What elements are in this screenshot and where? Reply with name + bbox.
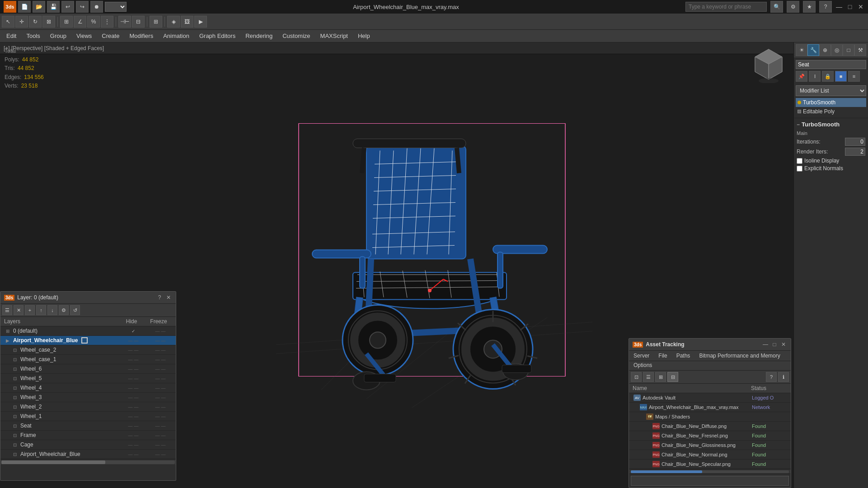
asset-row[interactable]: PNGChair_Blue_New_Normal.pngFound: [629, 450, 791, 460]
layer-help-btn[interactable]: ?: [156, 294, 163, 301]
layer-delete[interactable]: ✕: [14, 305, 23, 315]
select-btn[interactable]: ↖: [2, 16, 14, 28]
app-logo[interactable]: 3ds: [4, 1, 16, 13]
panel-tab-display2[interactable]: □: [843, 44, 854, 56]
asset-menu-options[interactable]: Options: [631, 361, 655, 369]
explicit-check[interactable]: [797, 166, 802, 172]
panel-tab-hierarchy[interactable]: ⊕: [819, 44, 831, 56]
asset-menu-paths[interactable]: Paths: [674, 352, 693, 360]
asset-minimize-btn[interactable]: —: [762, 341, 769, 348]
layer-panel-title-bar[interactable]: 3ds Layer: 0 (default) ? ✕: [0, 292, 176, 304]
layer-row[interactable]: ⊡Wheel_1— —— —: [0, 412, 176, 421]
layer-row[interactable]: ⊡Wheel_3— —— —: [0, 393, 176, 402]
menu-customize[interactable]: Customize: [278, 31, 314, 41]
render-setup[interactable]: 🖼: [181, 16, 193, 28]
layer-scrollbar-thumb[interactable]: [1, 460, 105, 464]
layer-row[interactable]: ⊡Wheel_case_2— —— —: [0, 345, 176, 355]
asset-row[interactable]: 🗺Maps / Shaders: [629, 412, 791, 422]
move-btn[interactable]: ✛: [15, 16, 28, 28]
panel-tab-motion[interactable]: ◎: [831, 44, 843, 56]
panel-tab-utilities[interactable]: ⚒: [854, 44, 866, 56]
layer-row[interactable]: ▶Airport_Wheelchair_Blue— —— —: [0, 336, 176, 345]
asset-row[interactable]: PNGChair_Blue_New_Diffuse.pngFound: [629, 422, 791, 431]
layer-settings[interactable]: ⚙: [59, 305, 69, 315]
close-button[interactable]: ✕: [857, 3, 864, 10]
align-btn[interactable]: ⊟: [132, 16, 145, 28]
panel-tab-display[interactable]: ☀: [796, 44, 807, 56]
menu-create[interactable]: Create: [97, 31, 124, 41]
layer-row[interactable]: ⊡Wheel_case_1— —— —: [0, 355, 176, 364]
layer-row[interactable]: ⊡Cage— —— —: [0, 440, 176, 450]
iterations-input[interactable]: [845, 138, 865, 146]
layer-row[interactable]: ⊡Wheel_2— —— —: [0, 402, 176, 412]
vertex-color-btn[interactable]: Ⅰ: [809, 71, 821, 82]
workspace-dropdown[interactable]: Workspace: Default: [105, 2, 127, 12]
menu-help[interactable]: Help: [353, 31, 375, 41]
lock-btn[interactable]: 🔒: [822, 71, 834, 82]
snap-toggle[interactable]: ⊞: [60, 16, 73, 28]
asset-row[interactable]: PNGChair_Blue_New_Glossiness.pngFound: [629, 441, 791, 450]
menu-tools[interactable]: Tools: [22, 31, 44, 41]
search-input[interactable]: [685, 2, 767, 12]
asset-menu-bitmap[interactable]: Bitmap Performance and Memory: [696, 352, 783, 360]
asset-row[interactable]: MAXAirport_Wheelchair_Blue_max_vray.maxN…: [629, 403, 791, 412]
env-btn[interactable]: ≡: [848, 71, 860, 82]
layer-row[interactable]: ⊡Airport_Wheelchair_Blue— —— —: [0, 450, 176, 459]
settings-icon[interactable]: ⚙: [787, 1, 799, 13]
mirror-btn[interactable]: ⊣⊢: [118, 16, 131, 28]
render-iters-input[interactable]: [845, 148, 865, 156]
asset-row[interactable]: AVAutodesk VaultLogged O: [629, 393, 791, 403]
layer-refresh[interactable]: ↺: [70, 305, 80, 315]
asset-info-btn[interactable]: ℹ: [778, 372, 789, 382]
asset-close-btn[interactable]: ✕: [780, 341, 787, 348]
redo-btn[interactable]: ↪: [76, 1, 89, 13]
undo-btn[interactable]: ↩: [61, 1, 74, 13]
asset-tool-1[interactable]: ⊡: [631, 372, 642, 382]
layer-row[interactable]: ⊡Wheel_4— —— —: [0, 383, 176, 393]
modifier-editablepoly[interactable]: Editable Poly: [796, 107, 866, 116]
pin-btn[interactable]: 📌: [796, 71, 807, 82]
scale-btn[interactable]: ⊠: [42, 16, 55, 28]
layer-add[interactable]: +: [25, 305, 35, 315]
isoline-check[interactable]: [797, 158, 802, 164]
layer-manager[interactable]: ⊞: [150, 16, 162, 28]
spinner-snap[interactable]: ⋮: [101, 16, 113, 28]
pct-snap[interactable]: %: [87, 16, 100, 28]
asset-title-bar[interactable]: 3ds Asset Tracking — □ ✕: [629, 339, 791, 351]
menu-group[interactable]: Group: [46, 31, 71, 41]
layer-row[interactable]: ⊡Wheel_6— —— —: [0, 364, 176, 374]
render-frame[interactable]: ▶: [194, 16, 207, 28]
layer-row[interactable]: ⊡Seat— —— —: [0, 421, 176, 431]
layer-select-all[interactable]: ☰: [2, 305, 12, 315]
panel-tab-modify[interactable]: 🔧: [807, 44, 819, 56]
menu-views[interactable]: Views: [72, 31, 96, 41]
asset-tool-2[interactable]: ☰: [643, 372, 654, 382]
layer-scrollbar[interactable]: [0, 459, 176, 465]
layer-close-btn[interactable]: ✕: [165, 294, 172, 301]
object-name-input[interactable]: [796, 60, 866, 69]
menu-maxscript[interactable]: MAXScript: [316, 31, 352, 41]
material-editor[interactable]: ◈: [167, 16, 180, 28]
search-icon[interactable]: 🔍: [770, 1, 783, 13]
ts-section-header[interactable]: − TurboSmooth: [797, 121, 865, 128]
asset-menu-server[interactable]: Server: [631, 352, 652, 360]
viewport-cube[interactable]: [751, 47, 787, 84]
menu-animation[interactable]: Animation: [159, 31, 194, 41]
save-btn[interactable]: 💾: [47, 1, 60, 13]
asset-tool-4[interactable]: ⊟: [667, 372, 678, 382]
minimize-button[interactable]: —: [835, 3, 843, 10]
color-swatch[interactable]: ■: [835, 71, 847, 82]
asset-tool-3[interactable]: ⊞: [655, 372, 666, 382]
asset-help-btn[interactable]: ?: [766, 372, 777, 382]
asset-menu-file[interactable]: File: [656, 352, 670, 360]
angle-snap[interactable]: ∠: [74, 16, 86, 28]
menu-edit[interactable]: Edit: [2, 31, 21, 41]
layer-row[interactable]: ⊞0 (default)✓— —: [0, 326, 176, 336]
layer-row[interactable]: ⊡Wheel_5— —— —: [0, 374, 176, 383]
history-btn[interactable]: ⏺: [90, 1, 103, 13]
rotate-btn[interactable]: ↻: [29, 16, 42, 28]
maximize-button[interactable]: □: [846, 3, 854, 10]
modifier-dropdown[interactable]: Modifier List: [796, 85, 866, 96]
menu-graph-editors[interactable]: Graph Editors: [195, 31, 240, 41]
open-btn[interactable]: 📂: [33, 1, 45, 13]
